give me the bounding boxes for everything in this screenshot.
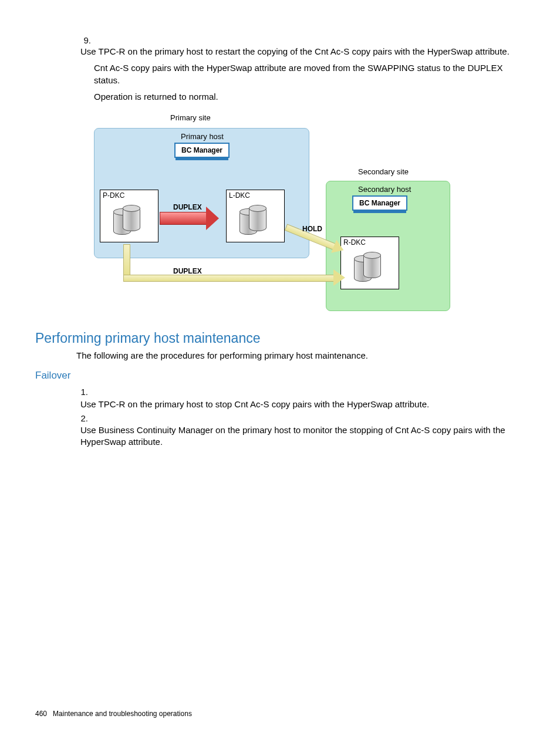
step-text-line2: Cnt Ac-S copy pairs with the HyperSwap a… bbox=[94, 62, 528, 86]
secondary-host-label: Secondary host bbox=[358, 185, 411, 194]
step-number: 2. bbox=[73, 413, 88, 424]
r-dkc-label: R-DKC bbox=[343, 238, 366, 247]
duplex-arrow-icon bbox=[160, 212, 207, 225]
p-dkc-box: P-DKC bbox=[100, 190, 158, 242]
step-text-line3: Operation is returned to normal. bbox=[94, 91, 528, 103]
step-text: Use TPC-R on the primary host to stop Cn… bbox=[80, 399, 521, 410]
page-footer: 460 Maintenance and troubleshooting oper… bbox=[35, 710, 192, 718]
primary-site-label: Primary site bbox=[170, 113, 211, 122]
step-number: 9. bbox=[73, 35, 91, 45]
chapter-title: Maintenance and troubleshooting operatio… bbox=[53, 710, 192, 718]
cylinder-icon bbox=[363, 254, 381, 278]
page-number: 460 bbox=[35, 710, 47, 718]
list-item: 1. Use TPC-R on the primary host to stop… bbox=[73, 386, 525, 410]
primary-host-label: Primary host bbox=[181, 132, 224, 141]
r-dkc-box: R-DKC bbox=[340, 237, 399, 289]
duplex-label-top: DUPLEX bbox=[173, 203, 202, 211]
failover-steps: 1. Use TPC-R on the primary host to stop… bbox=[73, 386, 525, 448]
failover-heading: Failover bbox=[35, 370, 525, 382]
section-intro: The following are the procedures for per… bbox=[76, 350, 525, 362]
cylinder-icon bbox=[123, 207, 140, 231]
l-dkc-label: L-DKC bbox=[229, 191, 250, 200]
cylinder-icon bbox=[249, 207, 266, 231]
vertical-arrow-segment-icon bbox=[123, 244, 130, 276]
bc-manager-secondary: BC Manager bbox=[352, 195, 407, 211]
step-9: 9. Use TPC-R on the primary host to rest… bbox=[73, 35, 525, 58]
step-text: Use Business Continuity Manager on the p… bbox=[80, 424, 521, 448]
p-dkc-label: P-DKC bbox=[103, 191, 124, 200]
list-item: 2. Use Business Continuity Manager on th… bbox=[73, 413, 525, 448]
secondary-site-label: Secondary site bbox=[358, 167, 409, 176]
duplex-label-bottom: DUPLEX bbox=[173, 267, 202, 275]
bc-manager-primary: BC Manager bbox=[174, 143, 230, 158]
step-number: 1. bbox=[73, 386, 88, 398]
arrowhead-icon bbox=[333, 269, 345, 286]
hold-label: HOLD bbox=[302, 225, 322, 233]
horizontal-arrow-segment-icon bbox=[123, 275, 336, 282]
l-dkc-box: L-DKC bbox=[226, 190, 285, 242]
step-text-line1: Use TPC-R on the primary host to restart… bbox=[80, 46, 515, 58]
section-heading: Performing primary host maintenance bbox=[35, 330, 525, 346]
architecture-diagram: Primary site Primary host BC Manager Sec… bbox=[94, 113, 525, 313]
